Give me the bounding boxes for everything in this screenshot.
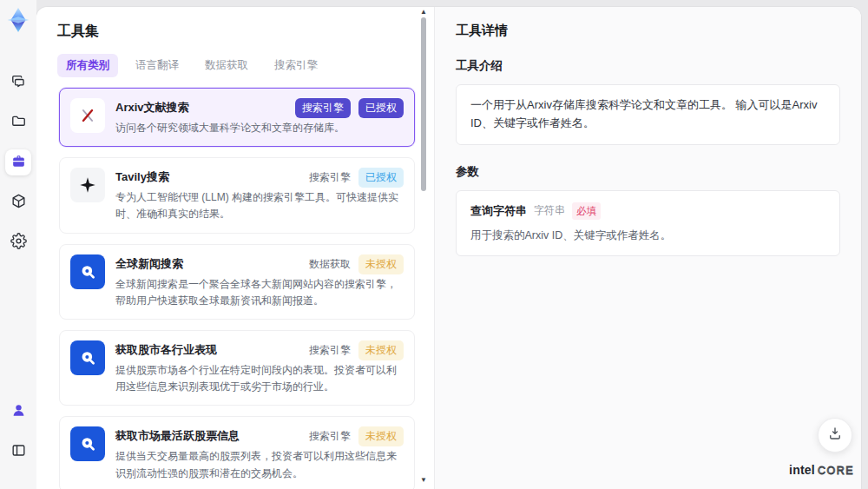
folder-icon [10,113,27,133]
scroll-up-arrow[interactable]: ▲ [420,9,427,16]
intel-core-logo: intel core [789,463,854,477]
toolset-pane: 工具集 所有类别语言翻译数据获取搜索引擎 Arxiv文献搜索 访问各个研究领域大… [36,7,434,489]
tool-description: 提供股票市场各个行业在特定时间段内的表现。投资者可以利用这些信息来识别表现优于或… [115,362,404,395]
param-type-label: 字符串 [534,202,565,219]
gear-icon [10,233,27,253]
panel-toggle-icon [10,442,27,462]
tool-status-badge: 未授权 [358,254,404,274]
params-heading: 参数 [456,164,840,180]
tavily-icon [70,168,105,202]
tool-list-scrollbar[interactable]: ▲ ▼ [419,9,428,484]
download-icon [827,426,843,445]
download-button[interactable] [818,418,852,453]
tool-category-label: 数据获取 [309,257,351,272]
sidebar-item-chat[interactable] [5,69,31,96]
sidebar-item-files[interactable] [5,109,31,135]
toolset-title: 工具集 [57,23,434,41]
app-sidebar [0,0,36,489]
tool-category-label: 搜索引擎 [309,170,351,185]
sidebar-item-tools[interactable] [5,149,31,175]
tool-description: 访问各个研究领域大量科学论文和文章的存储库。 [115,120,404,136]
intel-logo-text: intel [789,463,815,477]
core-logo-text: core [818,465,854,477]
tool-card[interactable]: 获取市场最活跃股票信息 提供当天交易量最高的股票列表，投资者可以利用这些信息来识… [59,416,415,489]
tool-status-badge: 未授权 [358,426,404,446]
tool-status-badge: 未授权 [358,340,404,360]
detail-title: 工具详情 [456,23,840,39]
tool-card[interactable]: 获取股市各行业表现 提供股票市场各个行业在特定时间段内的表现。投资者可以利用这些… [59,330,415,406]
tool-category-label: 搜索引擎 [295,98,351,118]
param-required-badge: 必填 [572,202,601,220]
tool-card[interactable]: Arxiv文献搜索 访问各个研究领域大量科学论文和文章的存储库。 搜索引擎 已授… [59,88,415,147]
sidebar-item-collapse[interactable] [5,439,31,465]
sidebar-item-models[interactable] [5,189,31,215]
category-tab[interactable]: 搜索引擎 [266,54,326,77]
tool-description: 提供当天交易量最高的股票列表，投资者可以利用这些信息来识别流动性强的股票和潜在的… [115,448,404,481]
chat-icon [10,73,27,93]
scrollbar-thumb[interactable] [421,17,426,191]
scroll-down-arrow[interactable]: ▼ [420,477,427,484]
param-box: 查询字符串 字符串 必填 用于搜索的Arxiv ID、关键字或作者姓名。 [456,190,840,257]
sidebar-item-user[interactable] [5,399,31,425]
tool-description: 专为人工智能代理 (LLM) 构建的搜索引擎工具。可快速提供实时、准确和真实的结… [115,189,404,222]
tool-card[interactable]: Tavily搜索 专为人工智能代理 (LLM) 构建的搜索引擎工具。可快速提供实… [59,157,415,233]
news-icon [70,254,105,289]
main-window: 工具集 所有类别语言翻译数据获取搜索引擎 Arxiv文献搜索 访问各个研究领域大… [36,7,861,489]
tool-status-badge: 已授权 [358,98,404,118]
tool-status-badge: 已授权 [358,168,404,188]
tool-category-label: 搜索引擎 [309,429,351,444]
category-tab[interactable]: 数据获取 [196,54,257,77]
param-name: 查询字符串 [470,202,527,221]
cube-icon [10,193,27,213]
tool-list: Arxiv文献搜索 访问各个研究领域大量科学论文和文章的存储库。 搜索引擎 已授… [57,86,434,489]
category-tabs: 所有类别语言翻译数据获取搜索引擎 [57,54,434,77]
tool-card[interactable]: 全球新闻搜索 全球新闻搜索是一个聚合全球各大新闻网站内容的搜索引擎，帮助用户快速… [59,244,415,320]
tool-category-label: 搜索引擎 [309,343,351,358]
user-icon [10,402,27,422]
category-tab[interactable]: 语言翻译 [127,54,187,77]
briefcase-icon [10,153,27,173]
app-logo-icon [5,7,31,33]
news-icon [70,340,105,375]
tool-description: 全球新闻搜索是一个聚合全球各大新闻网站内容的搜索引擎，帮助用户快速获取全球最新资… [115,276,404,309]
intro-box: 一个用于从Arxiv存储库搜索科学论文和文章的工具。 输入可以是Arxiv ID… [456,84,840,145]
param-description: 用于搜索的Arxiv ID、关键字或作者姓名。 [470,227,825,244]
category-tab[interactable]: 所有类别 [57,54,118,77]
arxiv-icon [70,98,105,133]
sidebar-item-settings[interactable] [5,229,31,255]
intro-heading: 工具介绍 [456,58,840,74]
tool-detail-pane: 工具详情 工具介绍 一个用于从Arxiv存储库搜索科学论文和文章的工具。 输入可… [434,7,861,489]
news-icon [70,426,105,461]
